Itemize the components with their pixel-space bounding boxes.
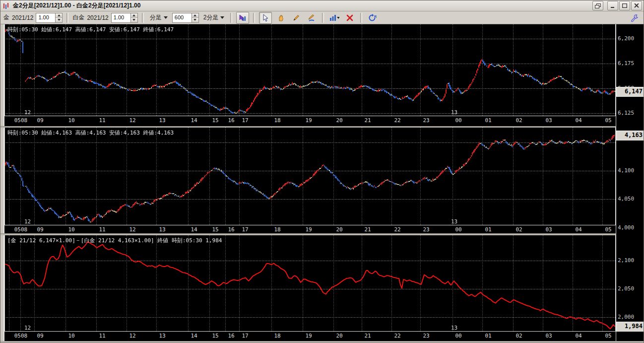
time-tick-label: 21 (359, 226, 377, 233)
chart-cursor-tool-button[interactable] (236, 12, 249, 24)
time-tick-label: 10 (63, 333, 80, 339)
gold-multiplier-up[interactable] (56, 13, 62, 18)
time-tick-label: 14 (185, 226, 203, 233)
reload-chart-button[interactable]: R (366, 12, 379, 24)
price-tick-label: 6,175 (618, 60, 634, 67)
close-button[interactable] (631, 1, 642, 10)
svg-text:R: R (374, 15, 377, 18)
price-tick-label: 6,125 (618, 110, 634, 116)
time-tick-label: 11 (93, 226, 111, 233)
toolbar-separator (322, 13, 324, 23)
time-tick-label: 18 (268, 117, 286, 124)
toolbar-separator (66, 13, 68, 23)
time-tick-label: 05 (599, 226, 616, 233)
gold-contract: 2021/12 (12, 14, 33, 21)
time-tick-label: 14 (185, 333, 203, 339)
gold-multiplier-spinner[interactable]: 1.00 (36, 13, 63, 23)
price-tick-label: 2,100 (618, 257, 634, 264)
time-tick-label: 20 (330, 333, 348, 339)
time-tick-label: 20 (330, 117, 348, 124)
time-tick-label: 21 (359, 117, 377, 124)
time-tick-label: 20 (330, 226, 348, 233)
period-dropdown[interactable]: 2分足 (201, 12, 227, 23)
time-tick-label: 01 (479, 117, 497, 124)
period-label: 2分足 (203, 13, 219, 22)
time-tick-label: 19 (300, 333, 318, 339)
time-tick-label: 13 (153, 333, 171, 339)
time-tick-label: 00 (450, 333, 467, 339)
platinum-multiplier-spinner[interactable]: 1.00 (111, 13, 138, 23)
marker-pen-icon (308, 14, 316, 22)
time-tick-label: 18 (268, 226, 286, 233)
bar-count-value[interactable]: 600 (173, 13, 192, 22)
time-tick-label: 23 (417, 226, 435, 233)
time-tick-label: 22 (388, 333, 406, 339)
time-tick-label: 03 (540, 333, 558, 339)
indicator-chart-button[interactable] (328, 12, 341, 24)
restore-window-button[interactable] (592, 1, 603, 10)
pencil-icon (292, 14, 300, 22)
spread-line-chart[interactable] (4, 235, 616, 332)
time-tick-label: 03 (540, 117, 558, 124)
gold-quote-info: 時刻:05:30 始値:6,147 高値:6,147 安値:6,147 終値:6… (7, 26, 174, 33)
platinum-multiplier-value[interactable]: 1.00 (112, 13, 130, 22)
time-tick-label: 23 (417, 117, 435, 124)
time-tick-label: 05 (599, 333, 616, 339)
title-bar[interactable]: 金2分足[2021/12]1.00 - 白金2分足[2021/12]1.00 (0, 0, 644, 11)
maximize-button[interactable] (619, 1, 630, 10)
toolbar-separator (142, 13, 144, 23)
toolbar-separator (230, 13, 232, 23)
time-tick-label: 0508 (12, 333, 30, 339)
time-tick-label: 22 (388, 117, 406, 124)
window-bottom-edge (0, 341, 644, 343)
time-tick-label: 0508 (12, 117, 30, 124)
time-tick-label: 0508 (12, 226, 30, 233)
freehand-draw-tool-button[interactable] (305, 12, 318, 24)
platinum-multiplier-up[interactable] (131, 13, 137, 18)
price-tick-label: 4,100 (618, 167, 634, 174)
draw-line-tool-button[interactable] (290, 12, 303, 24)
time-tick-label: 14 (185, 117, 203, 124)
platinum-label: 白金 (72, 13, 84, 22)
bar-type-dropdown[interactable]: 分足 (148, 12, 170, 23)
toolbar: 金 2021/12 1.00 白金 2021/12 1.00 分足 600 2分… (0, 11, 644, 24)
settings-wrench-button[interactable] (628, 12, 641, 24)
time-tick-label: 00 (450, 117, 467, 124)
toolbar-separator (253, 13, 255, 23)
time-tick-label: 09 (31, 226, 49, 233)
pointer-icon (261, 14, 269, 22)
platinum-multiplier-down[interactable] (131, 18, 137, 22)
time-tick-label: 13 (153, 226, 171, 233)
time-tick-label: 09 (31, 117, 49, 124)
pan-tool-button[interactable] (274, 12, 287, 24)
time-tick-label: 00 (450, 226, 467, 233)
bar-count-up[interactable] (192, 13, 198, 18)
select-tool-button[interactable] (259, 12, 272, 24)
price-tick-label: 2,050 (618, 285, 634, 292)
time-tick-label: 04 (570, 333, 587, 339)
gold-candlestick-chart[interactable] (4, 24, 616, 116)
gold-label: 金 (3, 13, 9, 22)
time-tick-label: 15 (206, 226, 224, 233)
time-tick-label: 12 (124, 117, 141, 124)
time-tick-label: 02 (510, 333, 528, 339)
hand-icon (277, 14, 285, 22)
gold-multiplier-down[interactable] (56, 18, 62, 22)
gold-multiplier-value[interactable]: 1.00 (36, 13, 55, 22)
time-tick-label: 04 (570, 226, 587, 233)
platinum-candlestick-chart[interactable] (4, 128, 616, 225)
time-tick-label: 18 (268, 333, 286, 339)
chevron-down-icon (164, 16, 168, 19)
bar-count-spinner[interactable]: 600 (172, 13, 199, 23)
price-tick-label: 4,050 (618, 196, 634, 202)
refresh-icon: R (368, 14, 377, 22)
delete-drawings-button[interactable] (343, 12, 356, 24)
last-price-badge: 6,147 (616, 87, 644, 97)
bar-chart-icon (329, 14, 339, 22)
minimize-button[interactable] (607, 1, 618, 10)
last-price-badge: 4,163 (616, 131, 644, 140)
time-tick-label: 12 (124, 226, 141, 233)
bar-count-down[interactable] (192, 18, 198, 22)
time-tick-label: 03 (540, 226, 558, 233)
time-tick-label: 02 (510, 226, 528, 233)
